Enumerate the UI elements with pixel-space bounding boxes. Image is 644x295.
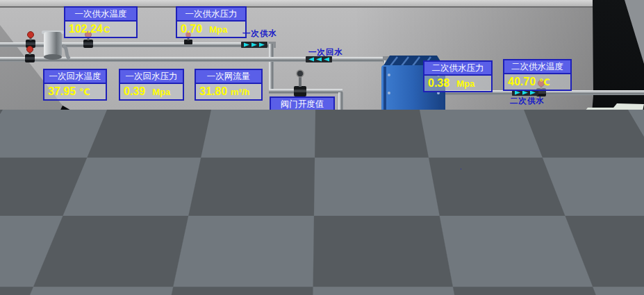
- primary-supply-valve-1: [26, 32, 35, 49]
- panel-value: 5.92: [274, 113, 296, 125]
- panel-unit: ℃: [79, 87, 90, 97]
- panel-primary-return-pressure: 一次回水压力 0.39Mpa: [119, 69, 184, 101]
- tank-vent-gooseneck: [117, 169, 128, 183]
- panel-value: 31.80: [199, 85, 227, 97]
- panel-value: 0.39: [124, 85, 145, 97]
- pipe-label-primary-supply: 一次供水: [242, 28, 277, 39]
- panel-title: 一次供水温度: [65, 8, 136, 22]
- panel-unit: C: [104, 24, 110, 35]
- scene-graphics: [0, 0, 644, 295]
- panel-title: 一次网流量: [196, 70, 261, 84]
- panel-unit: %: [306, 115, 314, 125]
- panel-value: 1.10: [43, 204, 65, 216]
- panel-value: 0.27: [428, 171, 449, 183]
- flow-arrow-secondary-return-1: [353, 185, 379, 191]
- panel-unit: ℃: [539, 77, 550, 87]
- hmi-heating-station-screen: 一次供水温度 102.24C 一次供水压力 0.70Mpa 一次回水温度 37.…: [0, 0, 644, 295]
- panel-unit: Mpa: [456, 78, 474, 89]
- panel-unit: Mpa: [152, 87, 170, 97]
- pipe-label-primary-return: 一次回水: [308, 47, 343, 58]
- panel-title: 二次供水压力: [424, 62, 491, 76]
- pipe-label-secondary-supply: 二次供水: [510, 96, 545, 106]
- panel-value: 102.24: [69, 23, 103, 35]
- pipe-label-makeup-water: 补水: [425, 244, 443, 254]
- pipe-label-secondary-return: 二次回水: [521, 194, 556, 205]
- control-cabinet-2: [611, 103, 644, 182]
- panel-secondary-supply-pressure: 二次供水压力 0.38Mpa: [423, 60, 493, 92]
- panel-primary-flow: 一次网流量 31.80m³/h: [195, 69, 263, 101]
- panel-title: 二次回水温度: [504, 154, 570, 168]
- panel-value: 40.70: [508, 76, 536, 87]
- panel-valve-opening: 阀门开度值 5.92%: [270, 96, 335, 128]
- panel-primary-supply-pressure: 一次供水压力 0.70Mpa: [176, 6, 247, 38]
- panel-unit: Mpa: [456, 172, 474, 183]
- panel-tank-level: 水箱液位高度 1.10m³: [38, 187, 110, 219]
- control-valve: [294, 70, 306, 96]
- hx-port-1: [389, 126, 402, 139]
- panel-unit: ℃: [538, 171, 550, 181]
- panel-title: 阀门开度值: [271, 98, 333, 112]
- panel-title: 水箱液位高度: [40, 189, 109, 203]
- panel-primary-return-temp: 一次回水温度 37.95℃: [43, 69, 107, 101]
- panel-makeup-pump-frequency: 补水泵频率 33.88Hz: [214, 234, 281, 266]
- panel-value: 36.63: [507, 169, 535, 181]
- panel-value: 0.70: [181, 23, 202, 35]
- primary-return-valve: [25, 47, 35, 63]
- panel-value: 33.88: [219, 251, 247, 262]
- panel-title: 一次回水温度: [44, 70, 106, 84]
- panel-unit: Hz: [249, 252, 261, 262]
- tank-manhole-1: [40, 214, 78, 252]
- panel-secondary-supply-temp: 二次供水温度 40.70℃: [503, 59, 572, 91]
- flow-arrow-secondary-return-2: [523, 184, 550, 190]
- panel-unit: m³/h: [231, 87, 249, 97]
- panel-primary-supply-temp: 一次供水温度 102.24C: [64, 6, 138, 38]
- panel-title: 一次回水压力: [120, 70, 183, 84]
- panel-value: 37.95: [48, 85, 76, 97]
- drain-line: [415, 190, 436, 230]
- panel-unit: Mpa: [209, 24, 227, 35]
- panel-value: 0.38: [428, 77, 449, 89]
- panel-secondary-return-pressure: 二次回水压力 0.27Mpa: [423, 154, 493, 186]
- hx-port-2: [405, 126, 418, 139]
- panel-title: 补水泵频率: [215, 235, 279, 249]
- dirt-separator-filter: [42, 31, 64, 60]
- panel-unit: m³: [74, 205, 85, 216]
- panel-title: 一次供水压力: [177, 8, 245, 22]
- flow-arrow-primary-supply: [241, 42, 267, 48]
- panel-title: 二次回水压力: [424, 155, 491, 169]
- panel-secondary-return-temp: 二次回水温度 36.63℃: [502, 153, 572, 185]
- panel-title: 二次供水温度: [504, 60, 570, 74]
